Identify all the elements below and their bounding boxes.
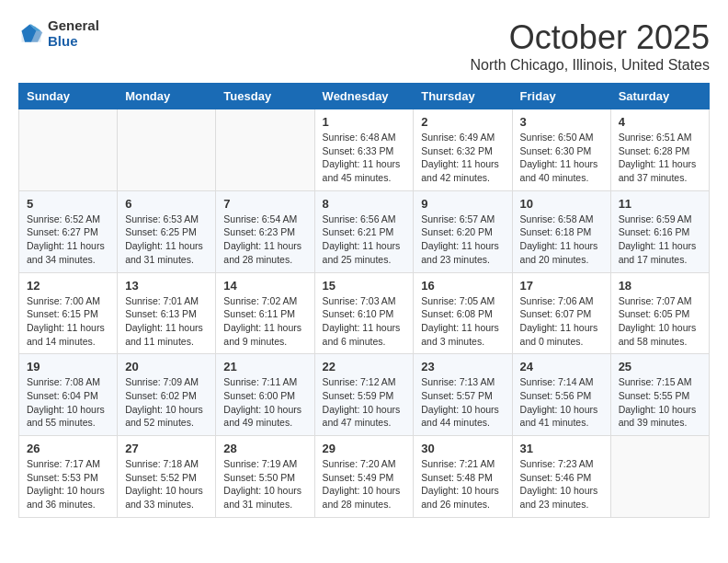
day-number: 26 [27,442,109,455]
calendar-cell: 21Sunrise: 7:11 AMSunset: 6:00 PMDayligh… [216,354,314,436]
day-number: 30 [421,442,504,455]
calendar-cell [118,109,216,191]
day-info: Sunrise: 7:07 AMSunset: 6:05 PMDaylight:… [619,294,701,349]
day-number: 18 [619,279,701,293]
calendar-cell: 17Sunrise: 7:06 AMSunset: 6:07 PMDayligh… [512,272,610,354]
calendar-cell: 15Sunrise: 7:03 AMSunset: 6:10 PMDayligh… [314,272,414,354]
day-info: Sunrise: 7:17 AMSunset: 5:53 PMDaylight:… [27,457,109,511]
calendar-cell: 7Sunrise: 6:54 AMSunset: 6:23 PMDaylight… [216,190,314,272]
month-title: October 2025 [470,18,710,57]
page-container: General Blue October 2025 North Chicago,… [18,18,710,518]
day-number: 4 [619,115,701,129]
day-number: 11 [619,197,701,211]
day-number: 3 [520,115,603,129]
day-number: 20 [125,360,208,373]
calendar-cell: 16Sunrise: 7:05 AMSunset: 6:08 PMDayligh… [414,272,512,354]
calendar-table: Sunday Monday Tuesday Wednesday Thursday… [18,83,710,518]
day-info: Sunrise: 6:53 AMSunset: 6:25 PMDaylight:… [125,213,208,267]
day-number: 19 [27,360,109,373]
calendar-cell: 25Sunrise: 7:15 AMSunset: 5:55 PMDayligh… [610,354,709,436]
day-number: 29 [323,442,406,455]
day-info: Sunrise: 6:56 AMSunset: 6:21 PMDaylight:… [323,213,406,267]
header-tuesday: Tuesday [216,84,314,109]
day-number: 22 [323,360,406,373]
calendar-cell: 4Sunrise: 6:51 AMSunset: 6:28 PMDaylight… [610,109,709,191]
day-info: Sunrise: 7:02 AMSunset: 6:11 PMDaylight:… [223,294,306,349]
calendar-week-row-3: 12Sunrise: 7:00 AMSunset: 6:15 PMDayligh… [19,272,710,354]
day-number: 12 [27,279,109,293]
day-info: Sunrise: 7:00 AMSunset: 6:15 PMDaylight:… [27,294,109,349]
day-number: 7 [223,197,306,211]
calendar-cell: 22Sunrise: 7:12 AMSunset: 5:59 PMDayligh… [314,354,414,436]
calendar-cell: 23Sunrise: 7:13 AMSunset: 5:57 PMDayligh… [414,354,512,436]
day-info: Sunrise: 7:11 AMSunset: 6:00 PMDaylight:… [223,375,306,430]
day-info: Sunrise: 7:03 AMSunset: 6:10 PMDaylight:… [323,294,406,349]
day-number: 8 [323,197,406,211]
day-number: 27 [125,442,208,455]
day-number: 2 [421,115,504,129]
day-info: Sunrise: 6:52 AMSunset: 6:27 PMDaylight:… [27,213,109,267]
day-info: Sunrise: 7:08 AMSunset: 6:04 PMDaylight:… [27,375,109,430]
header-thursday: Thursday [414,84,512,109]
day-info: Sunrise: 6:57 AMSunset: 6:20 PMDaylight:… [421,213,504,267]
calendar-cell: 11Sunrise: 6:59 AMSunset: 6:16 PMDayligh… [610,190,709,272]
day-info: Sunrise: 7:12 AMSunset: 5:59 PMDaylight:… [323,375,406,430]
calendar-cell: 24Sunrise: 7:14 AMSunset: 5:56 PMDayligh… [512,354,610,436]
day-number: 9 [421,197,504,211]
logo-general-text: General [48,18,99,34]
day-number: 5 [27,197,109,211]
day-info: Sunrise: 7:20 AMSunset: 5:49 PMDaylight:… [323,457,406,511]
header-wednesday: Wednesday [314,84,414,109]
calendar-cell: 20Sunrise: 7:09 AMSunset: 6:02 PMDayligh… [118,354,216,436]
day-info: Sunrise: 7:23 AMSunset: 5:46 PMDaylight:… [520,457,603,511]
day-number: 1 [323,115,406,129]
calendar-cell: 18Sunrise: 7:07 AMSunset: 6:05 PMDayligh… [610,272,709,354]
calendar-cell: 10Sunrise: 6:58 AMSunset: 6:18 PMDayligh… [512,190,610,272]
day-number: 6 [125,197,208,211]
day-info: Sunrise: 6:50 AMSunset: 6:30 PMDaylight:… [520,131,603,185]
calendar-cell: 26Sunrise: 7:17 AMSunset: 5:53 PMDayligh… [19,436,118,518]
day-number: 15 [323,279,406,293]
day-info: Sunrise: 7:21 AMSunset: 5:48 PMDaylight:… [421,457,504,511]
header: General Blue October 2025 North Chicago,… [18,18,710,74]
calendar-cell [19,109,118,191]
calendar-cell: 19Sunrise: 7:08 AMSunset: 6:04 PMDayligh… [19,354,118,436]
day-info: Sunrise: 7:09 AMSunset: 6:02 PMDaylight:… [125,375,208,430]
day-info: Sunrise: 6:54 AMSunset: 6:23 PMDaylight:… [223,213,306,267]
day-number: 16 [421,279,504,293]
calendar-cell: 13Sunrise: 7:01 AMSunset: 6:13 PMDayligh… [118,272,216,354]
day-info: Sunrise: 7:06 AMSunset: 6:07 PMDaylight:… [520,294,603,349]
calendar-cell: 2Sunrise: 6:49 AMSunset: 6:32 PMDaylight… [414,109,512,191]
day-number: 21 [223,360,306,373]
location-title: North Chicago, Illinois, United States [470,57,710,74]
title-section: October 2025 North Chicago, Illinois, Un… [470,18,710,74]
calendar-header-row: Sunday Monday Tuesday Wednesday Thursday… [19,84,710,109]
calendar-week-row-5: 26Sunrise: 7:17 AMSunset: 5:53 PMDayligh… [19,436,710,518]
calendar-cell: 8Sunrise: 6:56 AMSunset: 6:21 PMDaylight… [314,190,414,272]
logo-blue-text: Blue [48,34,99,50]
day-number: 23 [421,360,504,373]
day-info: Sunrise: 7:18 AMSunset: 5:52 PMDaylight:… [125,457,208,511]
logo-text: General Blue [48,18,99,49]
header-monday: Monday [118,84,216,109]
day-info: Sunrise: 6:49 AMSunset: 6:32 PMDaylight:… [421,131,504,185]
day-number: 24 [520,360,603,373]
day-info: Sunrise: 6:51 AMSunset: 6:28 PMDaylight:… [619,131,701,185]
header-saturday: Saturday [610,84,709,109]
day-number: 13 [125,279,208,293]
calendar-cell [216,109,314,191]
day-number: 28 [223,442,306,455]
header-sunday: Sunday [19,84,118,109]
header-friday: Friday [512,84,610,109]
logo: General Blue [18,18,99,49]
day-info: Sunrise: 7:14 AMSunset: 5:56 PMDaylight:… [520,375,603,430]
calendar-cell: 6Sunrise: 6:53 AMSunset: 6:25 PMDaylight… [118,190,216,272]
day-info: Sunrise: 7:05 AMSunset: 6:08 PMDaylight:… [421,294,504,349]
day-info: Sunrise: 7:01 AMSunset: 6:13 PMDaylight:… [125,294,208,349]
day-number: 25 [619,360,701,373]
day-info: Sunrise: 6:48 AMSunset: 6:33 PMDaylight:… [323,131,406,185]
calendar-cell: 3Sunrise: 6:50 AMSunset: 6:30 PMDaylight… [512,109,610,191]
calendar-week-row-4: 19Sunrise: 7:08 AMSunset: 6:04 PMDayligh… [19,354,710,436]
day-number: 17 [520,279,603,293]
day-info: Sunrise: 7:19 AMSunset: 5:50 PMDaylight:… [223,457,306,511]
